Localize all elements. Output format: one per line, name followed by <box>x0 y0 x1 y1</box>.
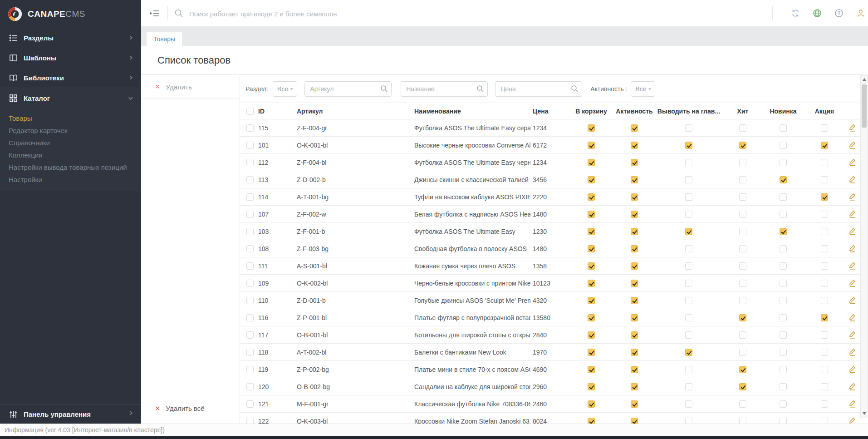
new-checkbox[interactable] <box>780 349 787 356</box>
scrollbar-thumb[interactable] <box>862 84 867 128</box>
hit-checkbox[interactable] <box>739 228 746 235</box>
cart-checkbox[interactable] <box>588 383 595 390</box>
app-logo[interactable]: CANAPECMS <box>0 0 141 28</box>
row-select-checkbox[interactable] <box>246 193 254 201</box>
edit-icon[interactable] <box>848 227 857 235</box>
sidebar-subitem[interactable]: Настройки <box>0 173 141 186</box>
promo-checkbox[interactable] <box>821 280 828 287</box>
sidebar-item-libraries[interactable]: Библиотеки <box>0 68 141 88</box>
row-select-checkbox[interactable] <box>246 262 254 270</box>
row-select-checkbox[interactable] <box>246 366 254 373</box>
new-checkbox[interactable] <box>780 297 787 304</box>
cart-checkbox[interactable] <box>588 228 595 235</box>
sidebar-subitem[interactable]: Товары <box>0 112 141 124</box>
edit-icon[interactable] <box>848 399 857 408</box>
show-on-main-checkbox[interactable] <box>685 176 692 183</box>
promo-checkbox[interactable] <box>821 349 828 356</box>
help-icon[interactable]: ? <box>834 9 843 18</box>
hit-checkbox[interactable] <box>739 331 746 339</box>
promo-checkbox[interactable] <box>821 366 828 373</box>
new-checkbox[interactable] <box>780 124 787 132</box>
new-checkbox[interactable] <box>780 245 787 252</box>
hit-checkbox[interactable] <box>739 245 746 252</box>
cart-checkbox[interactable] <box>588 142 595 149</box>
show-on-main-checkbox[interactable] <box>685 366 692 373</box>
edit-icon[interactable] <box>848 347 857 356</box>
edit-icon[interactable] <box>848 261 857 270</box>
select-all-checkbox[interactable] <box>246 108 254 115</box>
promo-checkbox[interactable] <box>821 331 828 339</box>
active-checkbox[interactable] <box>631 142 638 149</box>
edit-icon[interactable] <box>848 140 857 149</box>
user-icon[interactable] <box>856 9 865 18</box>
row-select-checkbox[interactable] <box>246 142 254 149</box>
new-checkbox[interactable] <box>780 331 787 339</box>
cart-checkbox[interactable] <box>588 262 595 270</box>
show-on-main-checkbox[interactable] <box>685 331 692 339</box>
cart-checkbox[interactable] <box>588 245 595 252</box>
edit-icon[interactable] <box>848 192 857 201</box>
delete-all-button[interactable]: ✕ Удалить всё <box>141 398 240 419</box>
row-select-checkbox[interactable] <box>246 297 254 304</box>
scroll-down-arrow[interactable] <box>861 410 868 417</box>
edit-icon[interactable] <box>848 313 857 321</box>
edit-icon[interactable] <box>848 365 857 373</box>
sidebar-subitem[interactable]: Редактор карточек <box>0 124 141 137</box>
new-checkbox[interactable] <box>780 314 787 321</box>
active-checkbox[interactable] <box>631 400 638 408</box>
new-checkbox[interactable] <box>780 366 787 373</box>
hit-checkbox[interactable] <box>739 314 746 321</box>
row-select-checkbox[interactable] <box>246 280 254 287</box>
new-checkbox[interactable] <box>780 383 787 390</box>
global-search-input[interactable] <box>188 4 598 23</box>
hit-checkbox[interactable] <box>739 383 746 390</box>
cart-checkbox[interactable] <box>588 314 595 321</box>
show-on-main-checkbox[interactable] <box>685 211 692 218</box>
promo-checkbox[interactable] <box>821 314 828 321</box>
edit-icon[interactable] <box>848 209 857 218</box>
promo-checkbox[interactable] <box>821 159 828 166</box>
hit-checkbox[interactable] <box>739 297 746 304</box>
row-select-checkbox[interactable] <box>246 176 254 183</box>
promo-checkbox[interactable] <box>821 211 828 218</box>
new-checkbox[interactable] <box>780 176 787 183</box>
row-select-checkbox[interactable] <box>246 383 254 390</box>
show-on-main-checkbox[interactable] <box>685 228 692 235</box>
new-checkbox[interactable] <box>780 159 787 166</box>
promo-checkbox[interactable] <box>821 228 828 235</box>
row-select-checkbox[interactable] <box>246 211 254 218</box>
show-on-main-checkbox[interactable] <box>685 349 692 356</box>
row-select-checkbox[interactable] <box>246 349 254 356</box>
active-checkbox[interactable] <box>631 245 638 252</box>
show-on-main-checkbox[interactable] <box>685 193 692 201</box>
show-on-main-checkbox[interactable] <box>685 280 692 287</box>
new-checkbox[interactable] <box>780 400 787 408</box>
edit-icon[interactable] <box>848 296 857 304</box>
sidebar-item-templates[interactable]: Шаблоны <box>0 48 141 68</box>
show-on-main-checkbox[interactable] <box>685 314 692 321</box>
promo-checkbox[interactable] <box>821 400 828 408</box>
price-filter-input[interactable] <box>495 81 582 97</box>
edit-icon[interactable] <box>848 175 857 183</box>
cart-checkbox[interactable] <box>588 366 595 373</box>
promo-checkbox[interactable] <box>821 297 828 304</box>
edit-icon[interactable] <box>848 278 857 287</box>
hit-checkbox[interactable] <box>739 262 746 270</box>
new-checkbox[interactable] <box>780 280 787 287</box>
show-on-main-checkbox[interactable] <box>685 400 692 408</box>
edit-icon[interactable] <box>848 158 857 166</box>
cart-checkbox[interactable] <box>588 176 595 183</box>
promo-checkbox[interactable] <box>821 262 828 270</box>
edit-icon[interactable] <box>848 382 857 390</box>
show-on-main-checkbox[interactable] <box>685 262 692 270</box>
row-select-checkbox[interactable] <box>246 331 254 339</box>
delete-button[interactable]: ✕ Удалить <box>141 75 240 99</box>
cart-checkbox[interactable] <box>588 193 595 201</box>
sidebar-item-sections[interactable]: Разделы <box>0 28 141 48</box>
new-checkbox[interactable] <box>780 193 787 201</box>
hit-checkbox[interactable] <box>739 349 746 356</box>
cart-checkbox[interactable] <box>588 297 595 304</box>
cart-checkbox[interactable] <box>588 349 595 356</box>
new-checkbox[interactable] <box>780 228 787 235</box>
active-checkbox[interactable] <box>631 314 638 321</box>
